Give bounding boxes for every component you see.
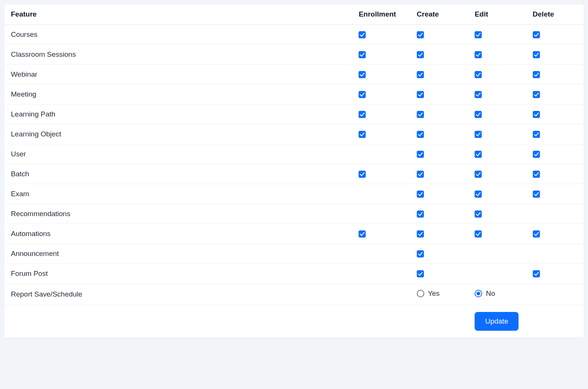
edit-cell: [468, 124, 526, 144]
create-cell: [410, 65, 468, 85]
create-cell: [410, 204, 468, 224]
delete-checkbox[interactable]: [533, 31, 540, 38]
enrollment-checkbox[interactable]: [359, 91, 366, 98]
edit-cell: [468, 184, 526, 204]
create-cell: [410, 104, 468, 124]
report-yes-label: Yes: [428, 289, 440, 298]
edit-cell: [468, 45, 526, 65]
enrollment-checkbox[interactable]: [359, 131, 366, 138]
enrollment-cell: [352, 65, 410, 85]
feature-cell: Meeting: [4, 85, 352, 104]
delete-checkbox[interactable]: [533, 71, 540, 78]
table-row: Announcement: [4, 244, 584, 264]
enrollment-cell: [352, 184, 410, 204]
delete-checkbox[interactable]: [533, 171, 540, 178]
create-checkbox[interactable]: [417, 31, 424, 38]
feature-cell: Forum Post: [4, 264, 352, 284]
create-cell: [410, 25, 468, 45]
enrollment-cell: [352, 124, 410, 144]
create-checkbox[interactable]: [417, 71, 424, 78]
create-checkbox[interactable]: [417, 171, 424, 178]
edit-checkbox[interactable]: [475, 71, 482, 78]
table-row: Exam: [4, 184, 584, 204]
report-no-radio[interactable]: [475, 290, 482, 297]
create-checkbox[interactable]: [417, 51, 424, 58]
edit-checkbox[interactable]: [475, 191, 482, 198]
delete-checkbox[interactable]: [533, 151, 540, 158]
delete-checkbox[interactable]: [533, 91, 540, 98]
edit-cell: [468, 244, 526, 264]
enrollment-cell: [352, 264, 410, 284]
edit-cell: [468, 164, 526, 184]
create-cell: [410, 85, 468, 104]
delete-checkbox[interactable]: [533, 111, 540, 118]
create-cell: [410, 144, 468, 164]
table-row: Classroom Sessions: [4, 45, 584, 65]
report-no-option[interactable]: No: [475, 289, 495, 298]
delete-cell: [526, 45, 584, 65]
edit-checkbox[interactable]: [475, 230, 482, 238]
create-cell: [410, 45, 468, 65]
create-checkbox[interactable]: [417, 191, 424, 198]
create-checkbox[interactable]: [417, 111, 424, 118]
create-cell: [410, 244, 468, 264]
edit-checkbox[interactable]: [475, 91, 482, 98]
column-header-edit: Edit: [468, 4, 526, 25]
footer-button-cell: Update: [468, 305, 584, 338]
column-header-enrollment: Enrollment: [352, 4, 410, 25]
column-header-feature: Feature: [4, 4, 352, 25]
enrollment-checkbox[interactable]: [359, 111, 366, 118]
table-row: Forum Post: [4, 264, 584, 284]
create-checkbox[interactable]: [417, 230, 424, 238]
delete-checkbox[interactable]: [533, 51, 540, 58]
report-yes-option[interactable]: Yes: [417, 289, 440, 298]
edit-checkbox[interactable]: [475, 131, 482, 138]
create-checkbox[interactable]: [417, 91, 424, 98]
create-checkbox[interactable]: [417, 210, 424, 218]
footer-spacer: [4, 305, 468, 338]
feature-cell: Announcement: [4, 244, 352, 264]
create-checkbox[interactable]: [417, 270, 424, 277]
edit-checkbox[interactable]: [475, 210, 482, 218]
delete-checkbox[interactable]: [533, 270, 540, 277]
feature-cell: Automations: [4, 224, 352, 244]
edit-checkbox[interactable]: [475, 171, 482, 178]
delete-checkbox[interactable]: [533, 191, 540, 198]
table-row: Courses: [4, 25, 584, 45]
delete-cell: [526, 264, 584, 284]
edit-checkbox[interactable]: [475, 111, 482, 118]
delete-cell: [526, 284, 584, 305]
enrollment-checkbox[interactable]: [359, 51, 366, 58]
feature-cell: Batch: [4, 164, 352, 184]
table-row: Webinar: [4, 65, 584, 85]
table-row: Meeting: [4, 85, 584, 104]
enrollment-checkbox[interactable]: [359, 171, 366, 178]
edit-cell: [468, 85, 526, 104]
delete-cell: [526, 25, 584, 45]
create-cell: [410, 184, 468, 204]
enrollment-checkbox[interactable]: [359, 230, 366, 238]
delete-checkbox[interactable]: [533, 230, 540, 238]
enrollment-cell: [352, 204, 410, 224]
create-checkbox[interactable]: [417, 250, 424, 257]
feature-cell: Classroom Sessions: [4, 45, 352, 65]
enrollment-cell: [352, 85, 410, 104]
report-yes-radio[interactable]: [417, 290, 424, 297]
delete-checkbox[interactable]: [533, 131, 540, 138]
update-button[interactable]: Update: [475, 312, 519, 331]
enrollment-checkbox[interactable]: [359, 71, 366, 78]
edit-checkbox[interactable]: [475, 151, 482, 158]
delete-cell: [526, 104, 584, 124]
create-checkbox[interactable]: [417, 151, 424, 158]
enrollment-cell: [352, 164, 410, 184]
create-checkbox[interactable]: [417, 131, 424, 138]
delete-cell: [526, 85, 584, 104]
table-header-row: Feature Enrollment Create Edit Delete: [4, 4, 584, 25]
enrollment-checkbox[interactable]: [359, 31, 366, 38]
edit-checkbox[interactable]: [475, 51, 482, 58]
feature-cell: Recommendations: [4, 204, 352, 224]
column-header-create: Create: [410, 4, 468, 25]
edit-checkbox[interactable]: [475, 31, 482, 38]
feature-cell: Learning Path: [4, 104, 352, 124]
create-cell: [410, 224, 468, 244]
